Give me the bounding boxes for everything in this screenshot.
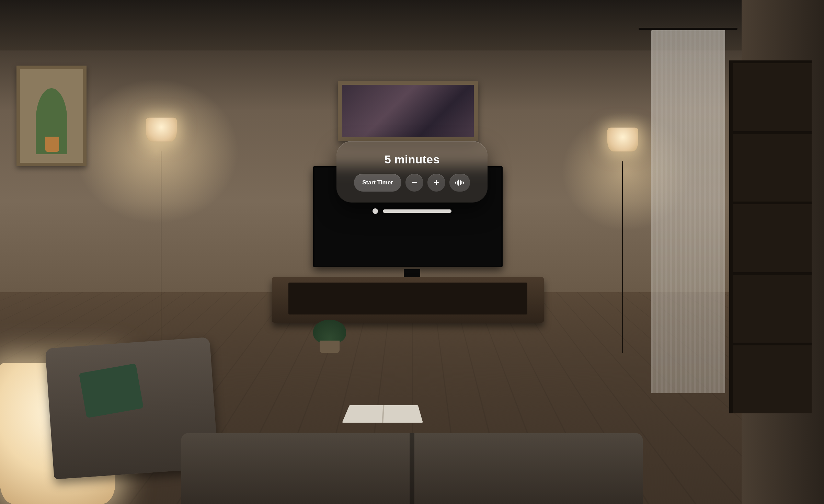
- curtain-rod: [639, 28, 737, 30]
- sofa: [181, 433, 643, 504]
- window-move-handle-icon[interactable]: [373, 208, 378, 214]
- wall-art-left: [16, 66, 87, 167]
- timer-duration-label: 5 minutes: [350, 153, 474, 166]
- wall-art-center: [338, 81, 478, 141]
- open-book: [342, 405, 423, 423]
- window-resize-control[interactable]: [373, 208, 451, 214]
- curtain: [651, 30, 725, 393]
- room-environment: 5 minutes Start Timer: [0, 0, 824, 504]
- svg-rect-8: [463, 182, 464, 184]
- window-resize-bar-icon[interactable]: [383, 209, 451, 213]
- potted-plant: [313, 323, 346, 353]
- svg-rect-4: [457, 181, 457, 185]
- svg-rect-3: [455, 182, 456, 184]
- floor-lamp-right-pole: [622, 161, 623, 353]
- timer-panel: 5 minutes Start Timer: [336, 141, 488, 203]
- floor-lamp-left-shade: [146, 117, 177, 141]
- siri-waveform-icon: [455, 179, 465, 186]
- start-timer-button[interactable]: Start Timer: [354, 174, 401, 192]
- increase-button[interactable]: [427, 174, 445, 192]
- floor-lamp-right-shade: [607, 128, 638, 152]
- timer-controls: Start Timer: [350, 174, 474, 192]
- voice-input-button[interactable]: [449, 174, 470, 192]
- bookshelf: [729, 60, 812, 413]
- tv-console: [272, 277, 544, 322]
- svg-rect-6: [460, 180, 460, 185]
- plus-icon: [433, 179, 440, 186]
- floor-lamp-left-pole: [161, 151, 161, 353]
- minus-icon: [411, 179, 418, 186]
- decrease-button[interactable]: [405, 174, 423, 192]
- svg-rect-0: [412, 182, 417, 183]
- svg-rect-7: [461, 181, 462, 184]
- svg-rect-5: [458, 180, 459, 186]
- svg-rect-2: [436, 180, 437, 185]
